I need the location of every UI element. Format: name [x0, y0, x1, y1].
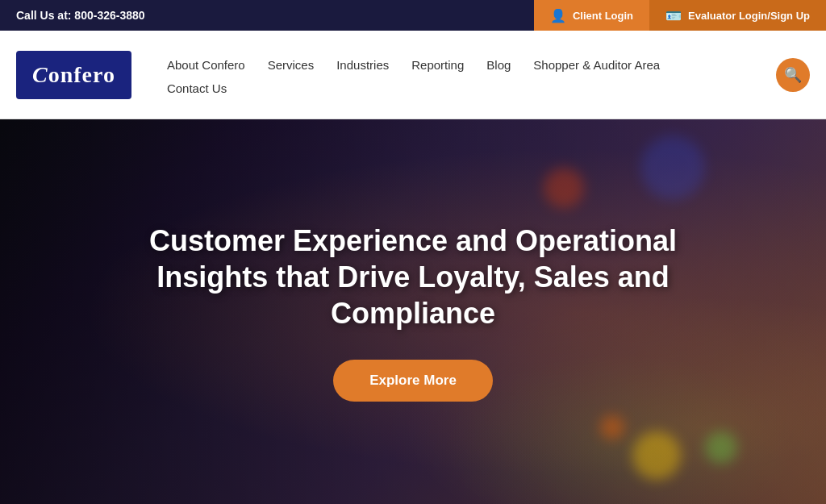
logo-text[interactable]: Confero	[32, 62, 115, 88]
nav-row-2: Contact Us	[156, 77, 776, 100]
evaluator-login-button[interactable]: 🪪 Evaluator Login/Sign Up	[649, 0, 826, 31]
phone-label: Call Us at:	[16, 9, 71, 22]
nav-blog[interactable]: Blog	[475, 53, 522, 77]
bokeh-light-2	[705, 431, 737, 464]
evaluator-login-icon: 🪪	[665, 8, 682, 23]
top-bar-buttons: 👤 Client Login 🪪 Evaluator Login/Sign Up	[534, 0, 826, 31]
evaluator-login-label: Evaluator Login/Sign Up	[688, 10, 810, 22]
bokeh-light-5	[640, 135, 705, 200]
client-login-icon: 👤	[550, 8, 566, 23]
bokeh-light-4	[544, 168, 584, 208]
logo-box: Confero	[16, 51, 131, 99]
client-login-button[interactable]: 👤 Client Login	[534, 0, 649, 31]
hero-title: Customer Experience and Operational Insi…	[90, 223, 736, 331]
phone-number: 800-326-3880	[74, 9, 144, 22]
hero-section: Customer Experience and Operational Insi…	[0, 119, 826, 504]
nav-shopper[interactable]: Shopper & Auditor Area	[522, 53, 671, 77]
hero-content: Customer Experience and Operational Insi…	[0, 223, 826, 402]
nav-row-1: About Confero Services Industries Report…	[156, 53, 776, 77]
nav-reporting[interactable]: Reporting	[400, 53, 475, 77]
client-login-label: Client Login	[573, 10, 633, 22]
logo-container: Confero	[16, 51, 131, 99]
top-bar: Call Us at: 800-326-3880 👤 Client Login …	[0, 0, 826, 31]
search-button[interactable]: 🔍	[776, 58, 810, 92]
nav-services[interactable]: Services	[257, 53, 326, 77]
nav-about[interactable]: About Confero	[156, 53, 257, 77]
explore-more-button[interactable]: Explore More	[333, 360, 493, 402]
bokeh-light-1	[632, 431, 681, 480]
nav-industries[interactable]: Industries	[325, 53, 400, 77]
nav-links: About Confero Services Industries Report…	[156, 45, 776, 100]
search-icon: 🔍	[784, 66, 802, 84]
bokeh-light-3	[600, 415, 624, 439]
navbar: Confero About Confero Services Industrie…	[0, 31, 826, 119]
phone-info: Call Us at: 800-326-3880	[16, 9, 145, 22]
nav-contact[interactable]: Contact Us	[156, 77, 238, 100]
